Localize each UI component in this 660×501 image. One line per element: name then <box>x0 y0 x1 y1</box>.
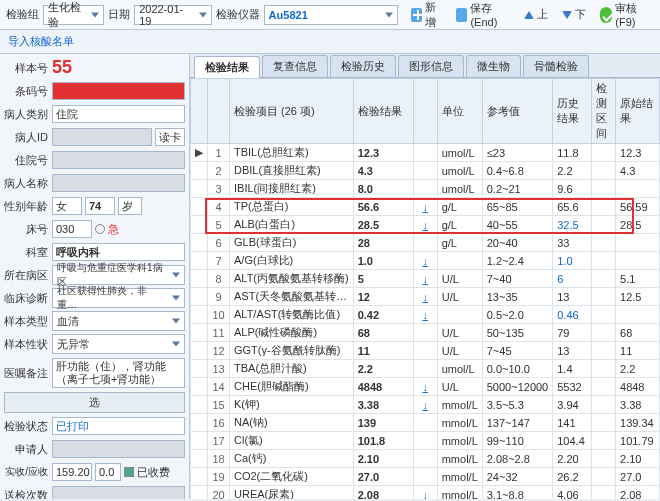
tab-bar: 检验结果复查信息检验历史图形信息微生物骨髓检验 <box>190 54 660 78</box>
table-row[interactable]: 7A/G(白球比)1.0↓1.2~2.41.0 <box>191 252 660 270</box>
col-header_unit[interactable]: 单位 <box>437 79 482 144</box>
table-row[interactable]: 14CHE(胆碱酯酶)4848↓U/L5000~1200055324848 <box>191 378 660 396</box>
col-header_orig[interactable]: 原始结果 <box>616 79 660 144</box>
date-label: 日期 <box>108 7 130 22</box>
urgent-radio[interactable] <box>95 224 105 234</box>
tab-3[interactable]: 图形信息 <box>398 55 464 77</box>
sex-field[interactable]: 女 <box>52 197 82 215</box>
clinical-combo[interactable]: 社区获得性肺炎，非重… <box>52 288 185 308</box>
down-button[interactable]: 下 <box>557 5 591 24</box>
cell-range <box>591 144 615 162</box>
charged-checkbox[interactable] <box>124 467 134 477</box>
col-header_range[interactable]: 检测区间 <box>591 79 615 144</box>
dept-label: 科室 <box>4 245 52 260</box>
age-unit-field[interactable]: 岁 <box>118 197 142 215</box>
table-row[interactable]: 3IBIL(间接胆红素)8.0umol/L0.2~219.6 <box>191 180 660 198</box>
row-marker <box>191 306 208 324</box>
col-header_result[interactable]: 检验结果 <box>353 79 413 144</box>
date-from[interactable]: 2022-01-19 <box>134 5 211 25</box>
row-marker <box>191 324 208 342</box>
row-marker <box>191 162 208 180</box>
tab-4[interactable]: 微生物 <box>466 55 521 77</box>
cell-orig: 3.38 <box>616 396 660 414</box>
cell-ref: 0.5~2.0 <box>482 306 552 324</box>
cell-unit: umol/L <box>437 360 482 378</box>
table-row[interactable]: 4TP(总蛋白)56.6↓g/L65~8565.656.59 <box>191 198 660 216</box>
col-header_history[interactable]: 历史结果 <box>553 79 592 144</box>
cell-history: 2.2 <box>553 162 592 180</box>
row-marker <box>191 396 208 414</box>
sendtimes-field[interactable]: . <box>52 486 185 499</box>
col-header_project[interactable]: 检验项目 (26 项) <box>230 79 354 144</box>
charge1-field[interactable]: 159.20 <box>52 463 92 481</box>
add-button[interactable]: 新增 <box>406 0 448 32</box>
dept-field[interactable]: 呼吸内科 <box>52 243 185 261</box>
group-label: 检验组 <box>6 7 39 22</box>
charge2-field[interactable]: 0.0 <box>95 463 121 481</box>
row-index: 16 <box>208 414 230 432</box>
hosp-no-field[interactable]: . <box>52 151 185 169</box>
table-row[interactable]: 15K(钾)3.38↓mmol/L3.5~5.33.943.38 <box>191 396 660 414</box>
save-button[interactable]: 保存(End) <box>451 0 514 30</box>
col-header_flag[interactable] <box>413 79 437 144</box>
cell-history: 26.2 <box>553 468 592 486</box>
cell-range <box>591 234 615 252</box>
cell-name: CO2(二氧化碳) <box>230 468 354 486</box>
tab-0[interactable]: 检验结果 <box>194 56 260 78</box>
import-link[interactable]: 导入核酸名单 <box>8 35 74 47</box>
patient-type-field[interactable]: 住院 <box>52 105 185 123</box>
bed-field[interactable]: 030 <box>52 220 92 238</box>
instrument-combo[interactable]: Au5821 <box>264 5 398 25</box>
cell-orig <box>616 252 660 270</box>
applicant-field[interactable]: . <box>52 440 185 458</box>
patient-id-field[interactable]: . <box>52 128 152 146</box>
col-mark[interactable] <box>208 79 230 144</box>
cell-flag <box>413 234 437 252</box>
sample-type-combo[interactable]: 血清 <box>52 311 185 331</box>
up-button[interactable]: 上 <box>519 5 553 24</box>
sample-no-label: 样本号 <box>4 61 52 76</box>
cell-result: 28 <box>353 234 413 252</box>
remark-field[interactable]: 肝功能（住），肾功能（离子七项+肾功能） <box>52 358 185 388</box>
audit-button[interactable]: 审核(F9) <box>595 0 654 30</box>
table-row[interactable]: 19CO2(二氧化碳)27.0mmol/L24~3226.227.0 <box>191 468 660 486</box>
barcode-field[interactable]: . <box>52 82 185 100</box>
table-row[interactable]: 17Cl(氯)101.8mmol/L99~110104.4101.79 <box>191 432 660 450</box>
table-row[interactable]: 18Ca(钙)2.10mmol/L2.08~2.82.202.10 <box>191 450 660 468</box>
group-combo[interactable]: 生化检验 <box>43 5 104 25</box>
tab-5[interactable]: 骨髓检验 <box>523 55 589 77</box>
cell-flag <box>413 180 437 198</box>
table-row[interactable]: 6GLB(球蛋白)28g/L20~4033 <box>191 234 660 252</box>
ward-combo[interactable]: 呼吸与危重症医学科1病区 <box>52 265 185 285</box>
table-row[interactable]: 11ALP(碱性磷酸酶)68U/L50~1357968 <box>191 324 660 342</box>
col-mark[interactable] <box>191 79 208 144</box>
cell-orig: 11 <box>616 342 660 360</box>
table-row[interactable]: 9AST(天冬氨酸氨基转…12↓U/L13~351312.5 <box>191 288 660 306</box>
col-header_ref[interactable]: 参考值 <box>482 79 552 144</box>
cell-name: A/G(白球比) <box>230 252 354 270</box>
tab-1[interactable]: 复查信息 <box>262 55 328 77</box>
table-row[interactable]: 10ALT/AST(转氨酶比值)0.42↓0.5~2.00.46 <box>191 306 660 324</box>
table-row[interactable]: 8ALT(丙氨酸氨基转移酶)5↓U/L7~4065.1 <box>191 270 660 288</box>
select-button[interactable]: 选 <box>4 392 185 413</box>
cell-ref: 1.2~2.4 <box>482 252 552 270</box>
table-row[interactable]: 16NA(钠)139mmol/L137~147141139.34 <box>191 414 660 432</box>
table-row[interactable]: ▶1TBIL(总胆红素)12.3umol/L≤2311.812.3 <box>191 144 660 162</box>
cell-flag <box>413 468 437 486</box>
age-field[interactable]: 74 <box>85 197 115 215</box>
name-field[interactable]: . <box>52 174 185 192</box>
table-row[interactable]: 20UREA(尿素)2.08↓mmol/L3.1~8.84.062.08 <box>191 486 660 500</box>
read-card-button[interactable]: 读卡 <box>155 128 185 146</box>
table-row[interactable]: 13TBA(总胆汁酸)2.2umol/L0.0~10.01.42.2 <box>191 360 660 378</box>
tab-2[interactable]: 检验历史 <box>330 55 396 77</box>
cell-flag: ↓ <box>413 270 437 288</box>
table-row[interactable]: 12GGT(γ-谷氨酰转肽酶)11U/L7~451311 <box>191 342 660 360</box>
cell-ref: ≤23 <box>482 144 552 162</box>
sample-no[interactable]: 55 <box>52 57 72 79</box>
character-combo[interactable]: 无异常 <box>52 334 185 354</box>
table-row[interactable]: 2DBIL(直接胆红素)4.3umol/L0.4~6.82.24.3 <box>191 162 660 180</box>
row-index: 8 <box>208 270 230 288</box>
result-grid-wrap[interactable]: 检验项目 (26 项)检验结果单位参考值历史结果检测区间原始结果 ▶1TBIL(… <box>190 78 660 499</box>
table-row[interactable]: 5ALB(白蛋白)28.5↓g/L40~5532.528.5 <box>191 216 660 234</box>
cell-result: 4.3 <box>353 162 413 180</box>
